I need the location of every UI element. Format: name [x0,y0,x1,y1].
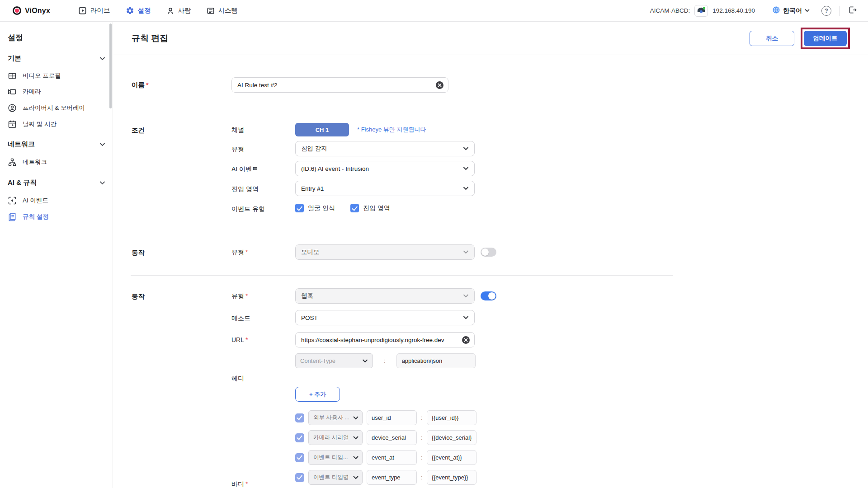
sidebar-item-label: 날짜 및 시간 [23,120,57,128]
nav-system[interactable]: 시스템 [207,6,238,15]
add-header-button[interactable]: + 추가 [295,387,340,402]
body-field-select[interactable]: 이벤트 타임... [308,450,363,465]
nav-settings[interactable]: 설정 [126,6,151,15]
settings-icon [126,6,134,15]
condition-type-select[interactable]: 침입 감지 [295,141,475,156]
brand-logo[interactable]: ViOnyx [13,6,50,15]
nav-people[interactable]: 사람 [166,6,191,15]
sidebar-item-camera[interactable]: 카메라 [8,87,41,96]
privacy-icon [8,103,17,113]
action-webhook-toggle[interactable] [481,291,496,300]
chevron-down-icon [99,57,105,61]
body-key-input[interactable] [367,410,417,425]
page-header: 규칙 편집 취소 업데이트 [113,22,868,55]
nav-settings-label: 설정 [138,6,151,15]
selected-value: POST [301,314,318,321]
sidebar-item-network[interactable]: 네트워크 [8,158,47,167]
name-input-wrap [231,77,448,93]
nav-live-label: 라이브 [90,6,110,15]
body-row: 이벤트 타임... : [295,450,476,465]
section-divider [131,275,673,276]
clear-icon[interactable] [462,336,470,344]
body-value-input[interactable] [427,410,476,425]
event-type-label: 이벤트 유형 [231,205,265,213]
chevron-down-icon [99,143,105,146]
sidebar-item-date-time[interactable]: 날짜 및 시간 [8,120,57,129]
colon-separator: : [421,474,423,481]
body-row-checkbox[interactable] [295,433,304,442]
language-label: 한국어 [783,7,802,15]
clear-icon[interactable] [436,81,443,89]
body-field-select[interactable]: 이벤트 타입명 [308,470,363,485]
body-value-input[interactable] [427,450,476,465]
body-value-input[interactable] [427,430,476,445]
nav-live[interactable]: 라이브 [78,6,110,15]
name-input[interactable] [237,82,436,89]
sidebar-scrollbar[interactable] [109,23,112,108]
colon-separator: : [421,454,423,461]
selected-value: 오디오 [301,248,320,256]
chevron-down-icon [463,167,469,170]
entry-area-checkbox[interactable] [350,204,359,212]
sidebar-item-privacy-overlay[interactable]: 프라이버시 & 오버레이 [8,103,85,113]
network-icon [8,158,17,167]
body-field-select[interactable]: 카메라 시리얼 [308,430,363,445]
body-row-checkbox[interactable] [295,473,304,482]
channel-ch1-button[interactable]: CH 1 [295,123,349,136]
selected-value: Content-Type [300,357,335,364]
body-value-input[interactable] [427,470,476,485]
vionyx-logo-icon [13,6,21,15]
chevron-down-icon [463,294,469,298]
section-label: 네트워크 [8,140,35,149]
action-webhook-type-select: 웹훅 [295,288,475,304]
channel-label: 채널 [231,126,244,134]
sidebar-section-network[interactable]: 네트워크 [8,140,105,149]
language-selector[interactable]: 한국어 [772,6,810,16]
sidebar-item-label: AI 이벤트 [23,197,48,205]
event-type-face: 얼굴 인식 [295,204,335,212]
body-row-checkbox[interactable] [295,453,304,462]
entry-area-select[interactable]: Entry #1 [295,181,475,196]
url-input[interactable] [301,337,462,343]
name-label: 이름* [132,81,149,89]
ai-event-icon [8,196,17,205]
cancel-button[interactable]: 취소 [750,31,794,46]
help-button[interactable]: ? [821,6,831,16]
camera-status-chip[interactable] [694,5,708,17]
body-key-input[interactable] [367,470,417,485]
logout-icon[interactable] [848,5,857,16]
sidebar-section-ai-rules[interactable]: AI & 규칙 [8,178,105,187]
body-field-select[interactable]: 외부 사용자 ... [308,410,363,425]
body-key-input[interactable] [367,430,417,445]
ai-event-select[interactable]: (ID:6) AI event - Intrusion [295,161,475,176]
selected-value: 이벤트 타임... [313,454,348,461]
section-label: AI & 규칙 [8,178,37,187]
selected-value: 침입 감지 [301,145,327,153]
body-row: 카메라 시리얼 : [295,430,476,445]
top-bar: ViOnyx 라이브 설정 사람 [0,0,868,22]
people-icon [166,7,175,15]
colon-separator: : [421,434,423,441]
body-row-checkbox[interactable] [295,413,304,422]
sidebar-item-video-profile[interactable]: 비디오 프로필 [8,71,61,80]
sidebar-item-label: 네트워크 [23,158,47,166]
selected-value: Entry #1 [301,185,324,192]
help-glyph: ? [825,7,828,14]
body-key-input[interactable] [367,450,417,465]
content-type-select: Content-Type [295,353,373,368]
colon-separator: : [421,414,423,421]
device-ip: 192.168.40.190 [712,7,755,14]
method-select[interactable]: POST [295,310,475,325]
content-type-value-input [396,353,476,368]
action-audio-toggle[interactable] [481,248,496,257]
update-button[interactable]: 업데이트 [804,31,847,46]
sidebar-section-basic[interactable]: 기본 [8,54,105,63]
face-recognition-checkbox[interactable] [295,204,304,212]
selected-value: 외부 사용자 ... [313,414,349,422]
chevron-down-icon [353,416,359,420]
sidebar-item-ai-event[interactable]: AI 이벤트 [8,196,48,205]
action-audio-type-select: 오디오 [295,244,475,260]
sidebar-item-rule-settings[interactable]: 규칙 설정 [8,212,49,221]
chevron-down-icon [99,181,105,185]
selected-value: 카메라 시리얼 [313,434,349,441]
